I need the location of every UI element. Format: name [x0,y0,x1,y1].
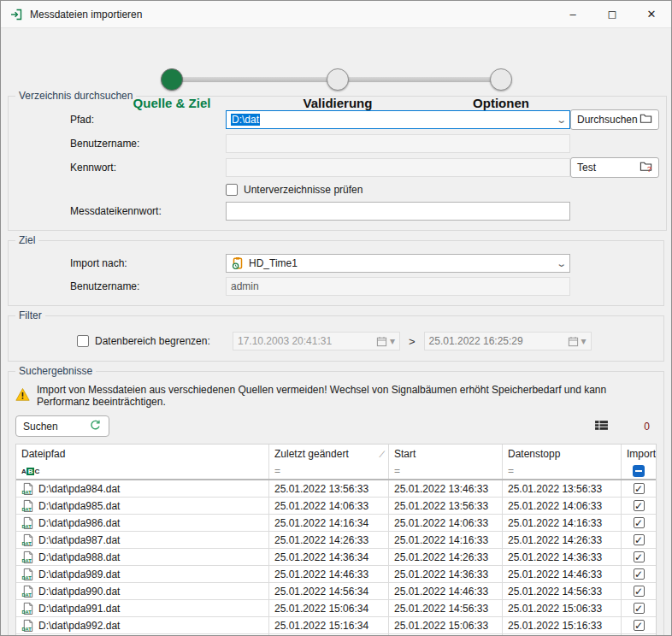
database-clock-icon [231,256,245,270]
start-cell: 25.01.2022 14:36:33 [389,566,503,582]
stop-cell: 25.01.2022 14:16:33 [503,515,622,531]
source-group: Verzeichnis durchsuchen Pfad: D:\dat ⌄ D… [8,90,667,231]
import-cell: ✓ [622,498,656,514]
chevron-down-icon[interactable]: ⌄ [556,115,567,126]
filter-equals-modified[interactable]: = [269,462,389,479]
file-path-cell: DATD:\dat\pda991.dat [16,600,269,616]
dat-file-icon: DAT [21,619,34,632]
path-combobox[interactable]: D:\dat ⌄ [226,110,570,129]
import-checkbox[interactable]: ✓ [634,483,645,494]
dat-file-icon: DAT [21,516,34,529]
column-header-stop[interactable]: Datenstopp [503,445,622,462]
file-path-cell: DATD:\dat\pda988.dat [16,549,269,565]
file-password-field[interactable] [226,202,570,221]
import-checkbox[interactable]: ✓ [634,534,645,545]
modified-cell: 25.01.2022 13:56:33 [269,480,389,497]
subdirs-checkbox[interactable] [226,184,238,196]
test-button[interactable]: Test ? [570,157,659,178]
refresh-icon[interactable] [89,419,102,434]
file-path-cell: DATD:\dat\pda986.dat [16,515,269,531]
chevron-down-icon[interactable]: ⌄ [556,258,567,269]
filter-group-title: Filter [15,309,45,321]
import-cell: ✓ [622,583,656,599]
filter-equals-start[interactable]: = [389,462,503,479]
table-row[interactable]: DATD:\dat\pda990.dat25.01.2022 14:56:342… [16,583,656,600]
file-password-label: Messdateikennwort: [70,205,226,217]
filter-equals-stop[interactable]: = [503,462,622,479]
import-target-value: HD_Time1 [249,257,298,269]
modified-cell: 25.01.2022 14:46:33 [269,566,389,582]
calendar-icon[interactable]: ▾ [376,335,395,347]
column-header-modified[interactable]: Zuletzt geändert ∕ [269,445,389,462]
folder-test-icon: ? [640,160,652,175]
step-label-validation: Validierung [261,96,415,110]
stop-cell: 25.01.2022 14:26:33 [503,532,622,548]
table-row[interactable]: DATD:\dat\pda985.dat25.01.2022 14:06:332… [16,498,656,515]
import-checkbox[interactable]: ✓ [634,517,645,528]
start-cell: 25.01.2022 13:46:33 [389,480,503,497]
import-dialog-icon [9,8,23,21]
step-label-options: Optionen [424,96,578,110]
file-path: D:\dat\pda989.dat [38,568,120,580]
step-dot-validation[interactable] [327,68,349,91]
table-row[interactable]: DATD:\dat\pda992.dat25.01.2022 15:16:342… [16,617,656,634]
target-group-title: Ziel [15,234,38,246]
minus-filter-icon [633,465,645,477]
import-checkbox[interactable]: ✓ [634,500,645,511]
start-cell: 25.01.2022 14:06:33 [389,515,503,531]
dat-file-icon: DAT [21,482,34,495]
column-header-import[interactable]: Import... [622,445,656,462]
file-path: D:\dat\pda986.dat [38,517,120,529]
target-group: Ziel Import nach: HD_Time1 ⌄ Benutzernam… [8,234,664,306]
column-header-path[interactable]: Dateipfad [16,445,269,462]
import-checkbox[interactable]: ✓ [634,586,645,597]
file-path-cell: DATD:\dat\pda984.dat [16,480,269,497]
import-cell: ✓ [622,549,656,565]
search-button[interactable]: Suchen [15,415,109,437]
filter-group: Filter Datenbereich begrenzen: 17.10.200… [8,309,664,362]
file-path: D:\dat\pda984.dat [38,483,120,495]
table-row[interactable]: DATD:\dat\pda984.dat25.01.2022 13:56:332… [16,480,656,498]
calendar-icon[interactable]: ▾ [568,335,587,347]
step-dot-source[interactable] [161,68,183,91]
import-target-label: Import nach: [70,257,226,269]
modified-cell: 25.01.2022 15:16:34 [269,617,389,633]
import-checkbox[interactable]: ✓ [634,620,645,631]
import-cell: ✓ [622,480,656,497]
minimize-button[interactable]: – [553,1,592,27]
date-range-separator: > [409,335,416,348]
svg-text:DAT: DAT [21,524,32,529]
maximize-button[interactable]: ◻ [592,1,632,27]
table-row[interactable]: DATD:\dat\pda987.dat25.01.2022 14:26:332… [16,532,656,549]
start-cell: 25.01.2022 14:16:33 [389,532,503,548]
column-header-start[interactable]: Start [389,445,503,462]
modified-cell: 25.01.2022 14:06:33 [269,498,389,514]
filter-import-flag[interactable] [622,462,656,479]
import-checkbox[interactable]: ✓ [634,568,645,580]
filter-text-icon[interactable]: ABC [16,462,269,479]
table-view-icon[interactable] [594,418,609,435]
modified-cell: 25.01.2022 14:26:33 [269,532,389,548]
import-target-combobox[interactable]: HD_Time1 ⌄ [226,254,570,273]
table-row[interactable]: DATD:\dat\pda989.dat25.01.2022 14:46:332… [16,566,656,583]
result-count: 0 [638,421,650,433]
dat-file-icon: DAT [21,499,34,512]
browse-button[interactable]: Durchsuchen [570,109,659,130]
table-row[interactable]: DATD:\dat\pda986.dat25.01.2022 14:16:342… [16,515,656,532]
file-table-body: DATD:\dat\pda984.dat25.01.2022 13:56:332… [16,480,656,636]
start-cell: 25.01.2022 14:26:33 [389,549,503,565]
import-cell: ✓ [622,617,656,633]
import-checkbox[interactable]: ✓ [634,603,645,614]
wizard-stepper: Quelle & Ziel Validierung Optionen [1,28,671,90]
stop-cell: 25.01.2022 14:36:33 [503,549,622,565]
close-button[interactable]: ✕ [632,1,671,27]
table-row[interactable]: DATD:\dat\pda988.dat25.01.2022 14:36:342… [16,549,656,566]
file-path: D:\dat\pda990.dat [38,586,120,598]
import-cell: ✓ [622,600,656,616]
date-range-checkbox[interactable] [77,335,89,347]
file-path-cell: DATD:\dat\pda992.dat [16,617,269,633]
import-checkbox[interactable]: ✓ [634,551,645,562]
step-dot-options[interactable] [490,68,512,91]
svg-text:DAT: DAT [21,541,32,546]
table-row[interactable]: DATD:\dat\pda991.dat25.01.2022 15:06:342… [16,600,656,617]
